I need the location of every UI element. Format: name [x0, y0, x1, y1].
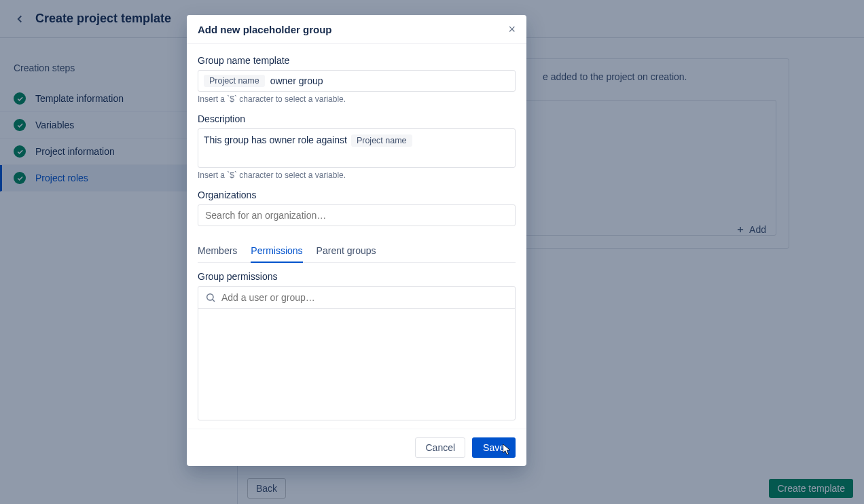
group-name-value: owner group — [270, 75, 323, 86]
tab-permissions[interactable]: Permissions — [251, 241, 302, 263]
save-button[interactable]: Save — [472, 437, 516, 458]
description-text: This group has owner role against — [204, 134, 347, 145]
description-label: Description — [198, 113, 516, 124]
modal-tabs: Members Permissions Parent groups — [198, 241, 516, 263]
description-input[interactable]: This group has owner role against Projec… — [198, 128, 516, 168]
permissions-search[interactable] — [198, 287, 515, 309]
close-icon[interactable]: × — [508, 23, 516, 35]
add-placeholder-group-modal: Add new placeholder group × Group name t… — [187, 15, 526, 466]
description-hint: Insert a `$` character to select a varia… — [198, 170, 516, 180]
group-name-label: Group name template — [198, 55, 516, 66]
tab-parent-groups[interactable]: Parent groups — [317, 241, 376, 262]
tab-members[interactable]: Members — [198, 241, 237, 262]
permissions-search-input[interactable] — [221, 292, 508, 303]
svg-point-0 — [207, 294, 213, 300]
modal-title: Add new placeholder group — [198, 24, 332, 35]
organizations-search-input[interactable] — [198, 204, 516, 226]
variable-chip-project-name[interactable]: Project name — [204, 75, 265, 87]
cancel-button[interactable]: Cancel — [415, 437, 465, 458]
organizations-label: Organizations — [198, 190, 516, 200]
group-name-input[interactable]: Project name owner group — [198, 70, 516, 92]
group-permissions-box — [198, 286, 516, 420]
group-name-hint: Insert a `$` character to select a varia… — [198, 94, 516, 104]
modal-footer: Cancel Save — [187, 429, 526, 466]
variable-chip-project-name[interactable]: Project name — [351, 134, 412, 147]
search-icon — [205, 292, 216, 303]
modal-header: Add new placeholder group × — [187, 15, 526, 44]
group-permissions-label: Group permissions — [198, 271, 516, 282]
